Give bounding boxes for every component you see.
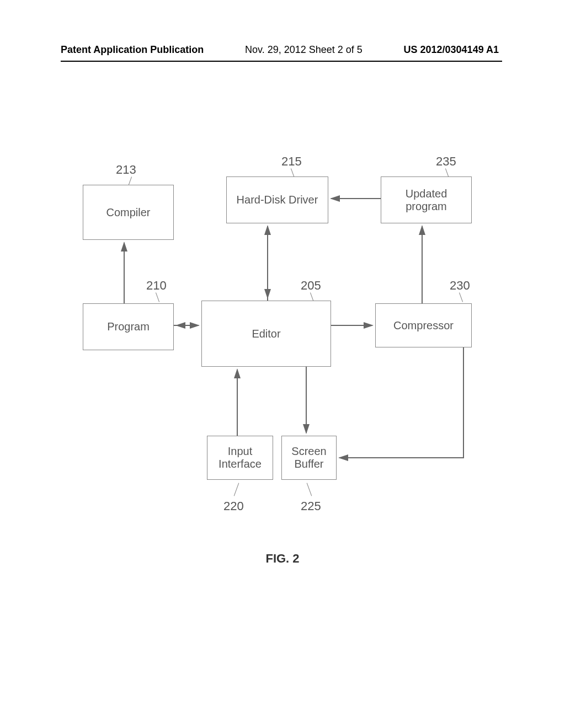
label-205: 205 — [301, 279, 321, 293]
box-compressor: Compressor — [375, 303, 472, 347]
label-230: 230 — [450, 279, 470, 293]
box-program: Program — [83, 303, 174, 350]
leader-230 — [459, 292, 463, 302]
label-220: 220 — [223, 499, 244, 513]
box-hard-disk-driver: Hard-Disk Driver — [226, 176, 328, 223]
header-left: Patent Application Publication — [61, 44, 204, 56]
figure-caption: FIG. 2 — [0, 552, 565, 566]
header-right: US 2012/0304149 A1 — [404, 44, 499, 56]
box-editor: Editor — [201, 301, 331, 367]
label-235: 235 — [436, 154, 456, 169]
label-210: 210 — [146, 279, 167, 293]
header-rule — [61, 61, 502, 62]
header-center: Nov. 29, 2012 Sheet 2 of 5 — [245, 44, 363, 56]
box-input-interface: Input Interface — [207, 436, 273, 480]
box-screen-buffer: Screen Buffer — [281, 436, 337, 480]
label-215: 215 — [281, 154, 302, 169]
block-diagram: 213 215 235 Compiler Hard-Disk Driver Up… — [83, 154, 486, 563]
box-compiler: Compiler — [83, 185, 174, 240]
box-updated-program: Updated program — [381, 176, 472, 223]
leader-220 — [234, 483, 239, 496]
leader-210 — [156, 292, 159, 302]
page-header: Patent Application Publication Nov. 29, … — [0, 44, 565, 56]
label-225: 225 — [301, 499, 321, 513]
leader-225 — [307, 483, 312, 496]
label-213: 213 — [116, 163, 136, 177]
